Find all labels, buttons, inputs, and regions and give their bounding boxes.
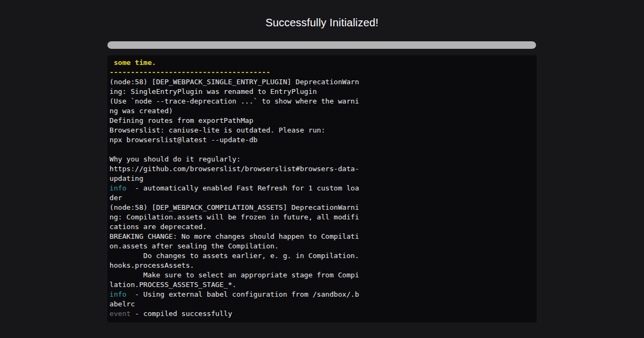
terminal-text-segment: (Use `node --trace-deprecation ...` to s… bbox=[109, 97, 359, 105]
terminal-text-segment: ng: Compilation.assets will be frozen in… bbox=[109, 213, 359, 221]
terminal-text-segment: updating bbox=[109, 174, 143, 182]
terminal-line: event - compiled successfully bbox=[109, 309, 535, 319]
terminal-text-segment: npx browserslist@latest --update-db bbox=[109, 136, 258, 144]
terminal-text-segment: abelrc bbox=[109, 300, 135, 308]
terminal-line: der bbox=[109, 193, 535, 203]
terminal-text-segment: (node:58) [DEP_WEBPACK_SINGLE_ENTRY_PLUG… bbox=[109, 78, 359, 86]
terminal-line: BREAKING CHANGE: No more changes should … bbox=[109, 232, 535, 241]
terminal-line: info - Using external babel configuratio… bbox=[109, 290, 535, 299]
terminal-text-segment: Do changes to assets earlier, e. g. in C… bbox=[109, 252, 359, 260]
terminal-line: Do changes to assets earlier, e. g. in C… bbox=[109, 251, 535, 261]
terminal-line: (node:58) [DEP_WEBPACK_SINGLE_ENTRY_PLUG… bbox=[109, 77, 535, 87]
terminal-line: Why you should do it regularly: bbox=[109, 155, 535, 164]
terminal-text-segment: der bbox=[109, 194, 122, 202]
terminal-text-segment: lation.PROCESS_ASSETS_STAGE_*. bbox=[109, 281, 237, 289]
terminal-text-segment: BREAKING CHANGE: No more changes should … bbox=[109, 232, 359, 240]
terminal-line: Make sure to select an appropriate stage… bbox=[109, 270, 535, 280]
terminal-line: (node:58) [DEP_WEBPACK_COMPILATION_ASSET… bbox=[109, 203, 535, 212]
terminal-line: ng: Compilation.assets will be frozen in… bbox=[109, 212, 535, 222]
terminal-text-segment: - Using external babel configuration fro… bbox=[127, 290, 360, 298]
terminal-line: hooks.processAssets. bbox=[109, 261, 535, 270]
progress-track bbox=[107, 41, 536, 49]
terminal-text-segment: Why you should do it regularly: bbox=[109, 155, 240, 163]
terminal-text-segment: on.assets after sealing the Compilation. bbox=[109, 242, 279, 250]
terminal-panel: some time.------------------------------… bbox=[107, 55, 537, 322]
terminal-text-segment: -------------------------------------- bbox=[109, 68, 270, 76]
terminal-text-segment: ing: SingleEntryPlugin was renamed to En… bbox=[109, 87, 317, 95]
terminal-line bbox=[109, 145, 535, 155]
terminal-line: https://github.com/browserslist/browsers… bbox=[109, 164, 535, 174]
page-title: Successfully Initialized! bbox=[0, 17, 644, 29]
terminal-line: on.assets after sealing the Compilation. bbox=[109, 241, 535, 251]
terminal-text-segment: Make sure to select an appropriate stage… bbox=[109, 271, 359, 279]
terminal-line: updating bbox=[109, 174, 535, 183]
terminal-line: info - automatically enabled Fast Refres… bbox=[109, 183, 535, 193]
terminal-text-segment: cations are deprecated. bbox=[109, 223, 207, 231]
terminal-line: -------------------------------------- bbox=[109, 68, 535, 77]
terminal-text-segment: info bbox=[109, 184, 127, 192]
terminal-text-segment: event bbox=[109, 310, 130, 318]
terminal-text-segment: Defining routes from exportPathMap bbox=[109, 116, 253, 124]
terminal-text-segment: info bbox=[109, 290, 127, 298]
terminal-line: Defining routes from exportPathMap bbox=[109, 116, 535, 126]
terminal-line: some time. bbox=[109, 58, 535, 68]
terminal-line: abelrc bbox=[109, 299, 535, 309]
terminal-text-segment: - automatically enabled Fast Refresh for… bbox=[127, 184, 360, 192]
terminal-text-segment: - compiled successfully bbox=[130, 310, 232, 318]
terminal-line: ing: SingleEntryPlugin was renamed to En… bbox=[109, 87, 535, 97]
terminal-line: (Use `node --trace-deprecation ...` to s… bbox=[109, 97, 535, 106]
terminal-output: some time.------------------------------… bbox=[109, 58, 535, 319]
terminal-text-segment: hooks.processAssets. bbox=[109, 261, 194, 269]
terminal-text-segment: https://github.com/browserslist/browsers… bbox=[109, 165, 359, 173]
terminal-text-segment: ng was created) bbox=[109, 107, 173, 115]
terminal-text-segment: Browserslist: caniuse-lite is outdated. … bbox=[109, 126, 325, 134]
terminal-line: ng was created) bbox=[109, 106, 535, 116]
terminal-text-segment: (node:58) [DEP_WEBPACK_COMPILATION_ASSET… bbox=[109, 203, 359, 211]
terminal-line: npx browserslist@latest --update-db bbox=[109, 135, 535, 145]
terminal-line: Browserslist: caniuse-lite is outdated. … bbox=[109, 126, 535, 135]
terminal-line: lation.PROCESS_ASSETS_STAGE_*. bbox=[109, 280, 535, 290]
progress-bar bbox=[107, 41, 536, 49]
terminal-line: cations are deprecated. bbox=[109, 222, 535, 232]
terminal-text-segment: some time. bbox=[109, 58, 156, 67]
